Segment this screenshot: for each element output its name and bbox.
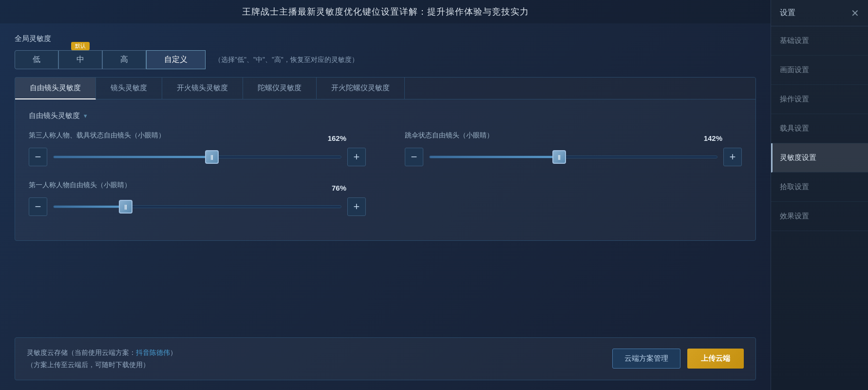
- slider-first-person-thumb[interactable]: [119, 200, 132, 214]
- slider-third-person-track[interactable]: [53, 156, 341, 158]
- page-title: 王牌战士主播最新灵敏度优化键位设置详解：提升操作体验与竞技实力: [0, 0, 771, 23]
- slider-third-person-label: 第三人称人物、载具状态自由镜头（小眼睛）: [29, 131, 366, 140]
- sens-btn-mid[interactable]: 默认 中: [58, 50, 102, 69]
- sens-hint: （选择"低"、"中"、"高"，恢复至对应的灵敏度）: [214, 56, 359, 64]
- sidebar: 设置 ✕ 基础设置 画面设置 操作设置 载具设置 灵敏度设置 拾取设置 效果设置: [771, 0, 868, 390]
- slider-parachute-value: 142%: [704, 134, 722, 142]
- sens-btn-low[interactable]: 低: [15, 50, 58, 69]
- slider-parachute-track-wrapper: 142%: [429, 148, 717, 166]
- info-icon[interactable]: ▾: [84, 112, 87, 119]
- sidebar-item-controls[interactable]: 操作设置: [771, 85, 868, 114]
- sensitivity-button-group: 低 默认 中 高 自定义 （选择"低"、"中"、"高"，恢复至对应的灵敏度）: [15, 50, 756, 69]
- sliders-row-top: 第三人称人物、载具状态自由镜头（小眼睛） − 162% +: [29, 131, 742, 166]
- slider-first-person-control: − 76% +: [29, 197, 366, 216]
- cloud-buttons: 云端方案管理 上传云端: [612, 349, 744, 369]
- main-content: 王牌战士主播最新灵敏度优化键位设置详解：提升操作体验与竞技实力 全局灵敏度 低 …: [0, 0, 771, 390]
- sidebar-title: 设置: [780, 8, 795, 18]
- sliders-row-bottom: 第一人称人物自由镜头（小眼睛） − 76% +: [29, 181, 742, 216]
- slider-parachute-minus[interactable]: −: [405, 148, 423, 166]
- cloud-upload-button[interactable]: 上传云端: [687, 349, 744, 369]
- slider-third-person-track-wrapper: 162%: [53, 148, 341, 166]
- tab-gyro[interactable]: 陀螺仪灵敏度: [243, 78, 317, 99]
- slider-first-person-minus[interactable]: −: [29, 197, 47, 216]
- slider-third-person-control: − 162% +: [29, 148, 366, 166]
- slider-first-person-track-wrapper: 76%: [53, 197, 341, 216]
- sidebar-item-vehicle[interactable]: 载具设置: [771, 114, 868, 143]
- slider-row-spacer: [405, 181, 742, 216]
- sidebar-header: 设置 ✕: [771, 0, 868, 26]
- cloud-manage-button[interactable]: 云端方案管理: [612, 349, 680, 369]
- tab-free-camera[interactable]: 自由镜头灵敏度: [15, 78, 96, 99]
- sidebar-item-pickup[interactable]: 拾取设置: [771, 173, 868, 202]
- sens-btn-custom[interactable]: 自定义: [146, 50, 206, 69]
- slider-third-person: 第三人称人物、载具状态自由镜头（小眼睛） − 162% +: [29, 131, 366, 166]
- slider-first-person-value: 76%: [332, 184, 346, 192]
- sub-section-title: 自由镜头灵敏度 ▾: [29, 111, 742, 120]
- title-text: 王牌战士主播最新灵敏度优化键位设置详解：提升操作体验与竞技实力: [242, 7, 529, 17]
- sidebar-item-display[interactable]: 画面设置: [771, 56, 868, 85]
- default-badge: 默认: [71, 42, 90, 50]
- slider-first-person-plus[interactable]: +: [347, 197, 366, 216]
- tab-camera[interactable]: 镜头灵敏度: [96, 78, 162, 99]
- slider-first-person: 第一人称人物自由镜头（小眼睛） − 76% +: [29, 181, 366, 216]
- sens-btn-high[interactable]: 高: [102, 50, 146, 69]
- slider-third-person-value: 162%: [328, 134, 346, 142]
- slider-parachute-thumb[interactable]: [552, 150, 566, 164]
- sidebar-item-effects[interactable]: 效果设置: [771, 202, 868, 231]
- slider-parachute-plus[interactable]: +: [723, 148, 742, 166]
- global-sensitivity-section: 全局灵敏度 低 默认 中 高 自定义 （选择"低"、"中"、"高"，恢复至对应的…: [15, 34, 756, 69]
- slider-third-person-fill: [54, 156, 212, 158]
- tab-header: 自由镜头灵敏度 镜头灵敏度 开火镜头灵敏度 陀螺仪灵敏度 开火陀螺仪灵敏度: [15, 78, 755, 99]
- tab-content-free-camera: 自由镜头灵敏度 ▾ 第三人称人物、载具状态自由镜头（小眼睛） − 162%: [15, 99, 755, 240]
- sidebar-item-sensitivity[interactable]: 灵敏度设置: [771, 143, 868, 173]
- slider-parachute: 跳伞状态自由镜头（小眼睛） − 142% +: [405, 131, 742, 166]
- slider-first-person-fill: [54, 206, 126, 208]
- slider-third-person-thumb[interactable]: [205, 150, 219, 164]
- global-sensitivity-label: 全局灵敏度: [15, 34, 756, 43]
- slider-parachute-control: − 142% +: [405, 148, 742, 166]
- tab-fire-gyro[interactable]: 开火陀螺仪灵敏度: [317, 78, 405, 99]
- slider-parachute-track[interactable]: [429, 156, 717, 158]
- cloud-line1: 灵敏度云存储（当前使用云端方案：抖音陈德伟）: [27, 347, 177, 359]
- cloud-line2: （方案上传至云端后，可随时下载使用）: [27, 359, 177, 371]
- sidebar-item-basic[interactable]: 基础设置: [771, 26, 868, 56]
- cloud-username[interactable]: 抖音陈德伟: [136, 349, 170, 356]
- tab-fire-camera[interactable]: 开火镜头灵敏度: [162, 78, 243, 99]
- slider-parachute-fill: [430, 156, 559, 158]
- close-button[interactable]: ✕: [851, 8, 859, 18]
- cloud-text: 灵敏度云存储（当前使用云端方案：抖音陈德伟） （方案上传至云端后，可随时下载使用…: [27, 347, 177, 371]
- slider-third-person-plus[interactable]: +: [347, 148, 366, 166]
- slider-parachute-label: 跳伞状态自由镜头（小眼睛）: [405, 131, 742, 140]
- slider-third-person-minus[interactable]: −: [29, 148, 47, 166]
- sensitivity-tab-panel: 自由镜头灵敏度 镜头灵敏度 开火镜头灵敏度 陀螺仪灵敏度 开火陀螺仪灵敏度 自由…: [15, 77, 756, 241]
- slider-first-person-label: 第一人称人物自由镜头（小眼睛）: [29, 181, 366, 190]
- cloud-section: 灵敏度云存储（当前使用云端方案：抖音陈德伟） （方案上传至云端后，可随时下载使用…: [15, 337, 756, 380]
- slider-first-person-track[interactable]: [53, 205, 341, 208]
